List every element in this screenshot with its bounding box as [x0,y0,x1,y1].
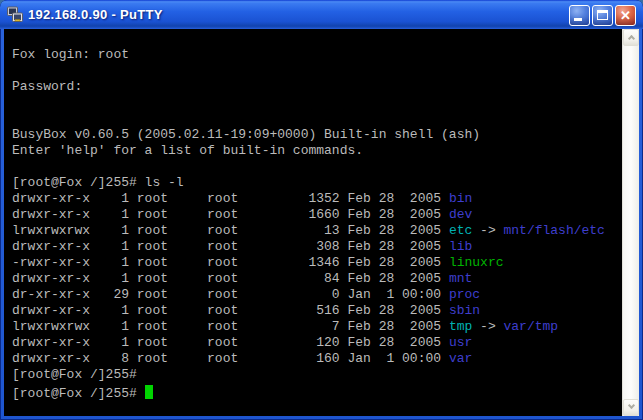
close-button[interactable]: ✕ [615,5,636,26]
putty-app-icon[interactable] [6,6,24,24]
minimize-icon [574,18,582,21]
terminal-line: drwxr-xr-x 1 root root 84 Feb 28 2005 mn… [12,271,622,287]
terminal-line: -rwxr-xr-x 1 root root 1346 Feb 28 2005 … [12,255,622,271]
terminal-line: dr-xr-xr-x 29 root root 0 Jan 1 00:00 pr… [12,287,622,303]
window-title: 192.168.0.90 - PuTTY [28,7,163,22]
terminal-line [12,63,622,79]
terminal-line: drwxr-xr-x 1 root root 1660 Feb 28 2005 … [12,207,622,223]
title-bar[interactable]: 192.168.0.90 - PuTTY ✕ [0,0,643,29]
terminal-line: drwxr-xr-x 1 root root 516 Feb 28 2005 s… [12,303,622,319]
terminal-line: lrwxrwxrwx 1 root root 7 Feb 28 2005 tmp… [12,319,622,335]
chevron-up-icon [628,35,635,42]
terminal-line: [root@Fox /]255# [12,367,622,383]
terminal-line: drwxr-xr-x 1 root root 1352 Feb 28 2005 … [12,191,622,207]
scrollbar-down-button[interactable] [623,399,639,416]
terminal-line: drwxr-xr-x 1 root root 120 Feb 28 2005 u… [12,335,622,351]
terminal-output[interactable]: Fox login: rootPassword:BusyBox v0.60.5 … [4,29,622,416]
terminal-line: [root@Fox /]255# [12,383,622,399]
terminal-line: Enter 'help' for a list of built-in comm… [12,143,622,159]
scrollbar [622,29,639,416]
minimize-button[interactable] [569,5,590,26]
terminal-line [12,31,622,47]
terminal-line [12,111,622,127]
terminal-line: BusyBox v0.60.5 (2005.02.11-19:09+0000) … [12,127,622,143]
putty-window: 192.168.0.90 - PuTTY ✕ Fox login: rootPa… [0,0,643,420]
terminal-line [12,159,622,175]
terminal-cursor [145,385,153,399]
window-body: Fox login: rootPassword:BusyBox v0.60.5 … [4,29,639,416]
close-icon: ✕ [616,6,635,25]
chevron-down-icon [628,402,635,409]
terminal-line: drwxr-xr-x 8 root root 160 Jan 1 00:00 v… [12,351,622,367]
maximize-icon [597,10,608,20]
scrollbar-up-button[interactable] [623,29,639,46]
terminal-line [12,95,622,111]
terminal-line: [root@Fox /]255# ls -l [12,175,622,191]
terminal-line: Password: [12,79,622,95]
terminal-line: lrwxrwxrwx 1 root root 13 Feb 28 2005 et… [12,223,622,239]
terminal-line: drwxr-xr-x 1 root root 308 Feb 28 2005 l… [12,239,622,255]
maximize-button[interactable] [592,5,613,26]
scrollbar-track[interactable] [623,46,639,399]
terminal-line: Fox login: root [12,47,622,63]
